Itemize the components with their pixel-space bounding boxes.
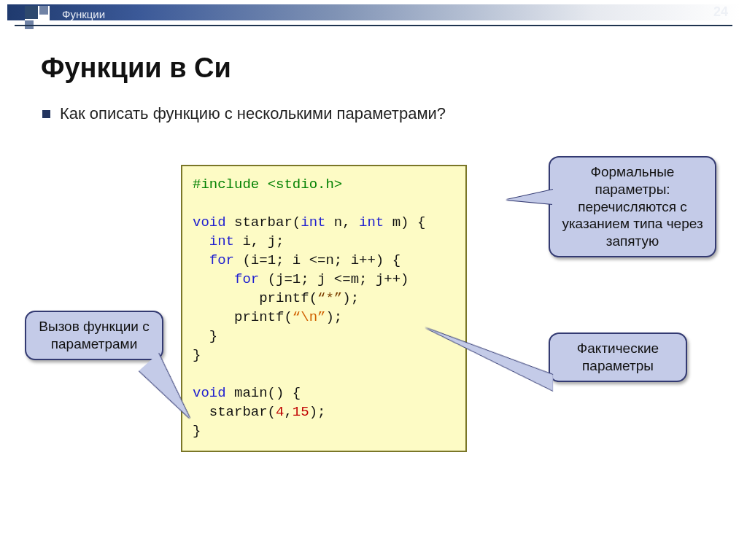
code-token: printf( [193,309,293,325]
breadcrumb: Функции [62,8,105,20]
code-token: void [193,214,234,230]
code-token: int [359,214,392,230]
code-token: starbar( [193,404,276,420]
code-token: int [193,233,242,249]
code-token: <stdio.h> [268,176,343,192]
code-token: (j=1; j <=m; j++) [268,271,409,287]
code-token: n, [334,214,359,230]
page-number: 24 [713,4,728,20]
callout-text: Вызов функции с параметрами [39,319,149,351]
code-token: main() { [234,385,301,401]
callout-call-with-params: Вызов функции с параметрами [25,311,163,360]
code-token: #include [193,176,268,192]
code-token: 15 [293,404,309,420]
bullet-item: Как описать функцию с несколькими параме… [41,104,706,123]
bullet-list: Как описать функцию с несколькими параме… [41,104,706,123]
callout-actual-params: Фактические параметры [549,332,687,382]
callout-text: Формальные параметры: перечисляются с ук… [562,164,703,249]
page-title: Функции в Си [41,52,706,84]
code-token: i, j; [242,233,284,249]
code-token: “*” [317,290,342,306]
code-token: for [193,271,268,287]
code-box: #include <stdio.h> void starbar(int n, i… [181,165,467,452]
code-token: 4 [276,404,284,420]
content: Функции в Си Как описать функцию с неско… [0,26,747,123]
code-token: ); [342,290,359,306]
code-token: “\n” [293,309,326,325]
code-token: } [193,423,201,439]
code-token: m) { [392,214,426,230]
slide: Функции 24 Функции в Си Как описать функ… [0,4,747,560]
code-token: printf( [193,290,317,306]
code-token: , [284,404,292,420]
callout-formal-params: Формальные параметры: перечисляются с ук… [549,156,716,257]
callout-text: Фактические параметры [577,341,659,373]
code-token: starbar( [234,214,301,230]
code-token: ); [309,404,326,420]
code-token: (i=1; i <=n; i++) { [242,252,400,268]
code-token: } [193,328,217,344]
code-token: } [193,347,201,363]
topbar-gradient [7,4,740,20]
code-token: int [301,214,334,230]
topbar: Функции 24 [7,4,740,26]
code-token: for [193,252,242,268]
callout-tail-icon [506,190,553,204]
code-token: ); [325,309,342,325]
